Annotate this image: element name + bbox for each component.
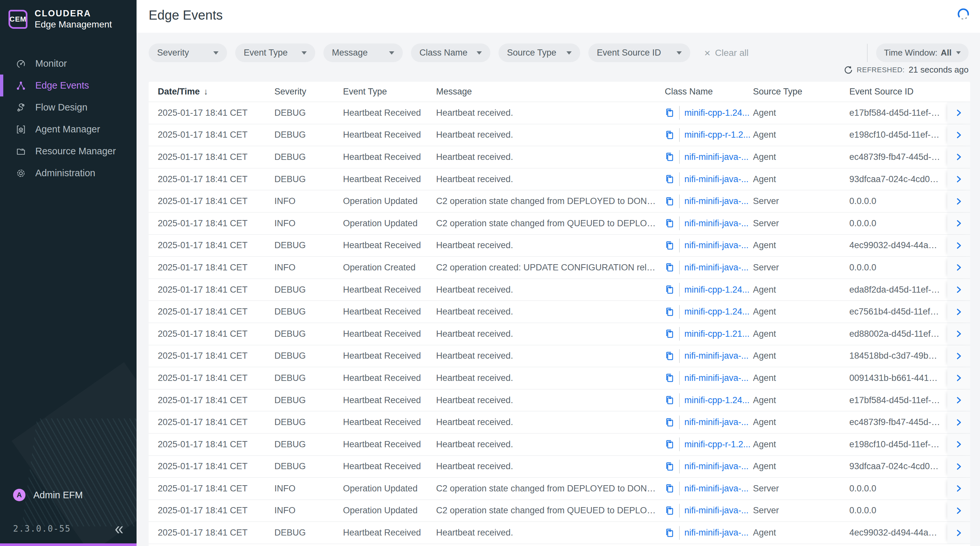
copy-icon[interactable] — [665, 108, 675, 118]
column-header-source-type[interactable]: Source Type — [753, 87, 850, 97]
filter-event-source-id[interactable]: Event Source ID — [588, 43, 690, 62]
copy-icon[interactable] — [665, 130, 675, 140]
cell-event-source-id: ec4873f9-fb47-445d-b0a5-e7... — [850, 152, 947, 162]
sidebar-item-administration[interactable]: Administration — [0, 162, 137, 184]
sidebar-item-agent-manager[interactable]: Agent Manager — [0, 118, 137, 140]
copy-icon[interactable] — [665, 506, 675, 516]
class-name-link[interactable]: nifi-minifi-java-... — [684, 174, 749, 184]
sidebar-item-flow-design[interactable]: Flow Design — [0, 96, 137, 118]
class-name-link[interactable]: minifi-cpp-1.24... — [684, 285, 750, 295]
copy-icon[interactable] — [665, 285, 675, 295]
class-name-link[interactable]: nifi-minifi-java-... — [684, 373, 749, 383]
copy-icon[interactable] — [665, 219, 675, 228]
copy-icon[interactable] — [665, 484, 675, 493]
cell-event-type: Heartbeat Received — [343, 351, 436, 361]
copy-icon[interactable] — [665, 461, 675, 471]
cell-datetime: 2025-01-17 18:41 CET — [149, 285, 274, 295]
copy-icon[interactable] — [665, 373, 675, 383]
copy-icon[interactable] — [665, 439, 675, 449]
class-name-link[interactable]: nifi-minifi-java-... — [684, 152, 749, 162]
row-expand-button[interactable] — [947, 102, 970, 124]
row-expand-button[interactable] — [947, 456, 970, 478]
class-name-link[interactable]: nifi-minifi-java-... — [684, 484, 749, 494]
row-expand-button[interactable] — [947, 146, 970, 168]
chevron-right-icon — [955, 529, 963, 537]
class-name-link[interactable]: nifi-minifi-java-... — [684, 461, 749, 471]
user-profile[interactable]: A Admin EFM — [0, 485, 137, 505]
row-expand-button[interactable] — [947, 500, 970, 522]
class-name-link[interactable]: nifi-minifi-java-... — [684, 506, 749, 516]
sidebar-item-monitor[interactable]: Monitor — [0, 53, 137, 75]
column-header-datetime[interactable]: Date/Time ↓ — [149, 87, 274, 97]
sidebar-item-resource-manager[interactable]: Resource Manager — [0, 140, 137, 162]
copy-icon[interactable] — [665, 307, 675, 317]
class-name-link[interactable]: minifi-cpp-r-1.2... — [684, 130, 751, 140]
filter-severity[interactable]: Severity — [149, 43, 227, 62]
row-expand-button[interactable] — [947, 367, 970, 389]
row-expand-button[interactable] — [947, 301, 970, 323]
column-header-class-name[interactable]: Class Name — [665, 87, 753, 97]
copy-icon[interactable] — [665, 418, 675, 427]
filter-source-type[interactable]: Source Type — [498, 43, 580, 62]
cell-event-source-id: 0.0.0.0 — [850, 263, 947, 273]
cell-message: Heartbeat received. — [436, 174, 665, 184]
class-name-link[interactable]: nifi-minifi-java-... — [684, 219, 749, 228]
row-expand-button[interactable] — [947, 235, 970, 257]
cell-event-type: Heartbeat Received — [343, 439, 436, 450]
copy-icon[interactable] — [665, 152, 675, 162]
copy-icon[interactable] — [665, 351, 675, 361]
row-expand-button[interactable] — [947, 345, 970, 367]
class-name-link[interactable]: nifi-minifi-java-... — [684, 528, 749, 538]
row-expand-button[interactable] — [947, 522, 970, 544]
class-name-link[interactable]: minifi-cpp-r-1.2... — [684, 439, 751, 450]
cell-message: C2 operation state changed from QUEUED t… — [436, 506, 665, 516]
column-header-event-type[interactable]: Event Type — [343, 87, 436, 97]
filter-class-name[interactable]: Class Name — [411, 43, 490, 62]
copy-icon[interactable] — [665, 174, 675, 184]
copy-icon[interactable] — [665, 263, 675, 272]
collapse-sidebar-icon[interactable]: « — [115, 522, 124, 536]
class-name-link[interactable]: nifi-minifi-java-... — [684, 240, 749, 251]
row-expand-button[interactable] — [947, 434, 970, 455]
class-name-link[interactable]: minifi-cpp-1.24... — [684, 307, 750, 317]
row-expand-button[interactable] — [947, 411, 970, 433]
class-name-link[interactable]: nifi-minifi-java-... — [684, 196, 749, 206]
row-expand-button[interactable] — [947, 390, 970, 411]
row-expand-button[interactable] — [947, 478, 970, 500]
row-expand-button[interactable] — [947, 323, 970, 345]
divider — [679, 128, 680, 142]
class-name-link[interactable]: nifi-minifi-java-... — [684, 351, 749, 361]
class-name-link[interactable]: minifi-cpp-1.21... — [684, 329, 750, 339]
row-expand-button[interactable] — [947, 168, 970, 190]
time-window-dropdown[interactable]: Time Window: All — [876, 43, 969, 62]
filter-message[interactable]: Message — [323, 43, 403, 62]
column-header-event-source-id[interactable]: Event Source ID — [850, 87, 947, 97]
refresh-icon[interactable] — [844, 65, 853, 75]
cell-message: C2 operation state changed from DEPLOYED… — [436, 484, 665, 494]
cell-event-source-id: e17bf584-d45d-11ef-953d-52... — [850, 395, 947, 406]
copy-icon[interactable] — [665, 241, 675, 251]
row-expand-button[interactable] — [947, 124, 970, 146]
class-name-link[interactable]: minifi-cpp-1.24... — [684, 395, 750, 406]
copy-icon[interactable] — [665, 329, 675, 339]
chevron-right-icon — [955, 198, 963, 205]
column-header-message[interactable]: Message — [436, 87, 665, 97]
sidebar-item-edge-events[interactable]: Edge Events — [0, 75, 137, 96]
cell-source-type: Agent — [753, 329, 850, 339]
cell-event-source-id: 0091431b-b661-4417-86a3-0... — [850, 373, 947, 383]
chevron-right-icon — [955, 352, 963, 360]
clear-all-button[interactable]: × Clear all — [704, 48, 748, 58]
row-expand-button[interactable] — [947, 190, 970, 212]
copy-icon[interactable] — [665, 528, 675, 538]
copy-icon[interactable] — [665, 196, 675, 206]
cell-source-type: Agent — [753, 174, 850, 184]
row-expand-button[interactable] — [947, 279, 970, 301]
class-name-link[interactable]: nifi-minifi-java-... — [684, 417, 749, 427]
filter-event-type[interactable]: Event Type — [235, 43, 315, 62]
row-expand-button[interactable] — [947, 212, 970, 235]
row-expand-button[interactable] — [947, 257, 970, 279]
column-header-severity[interactable]: Severity — [274, 87, 343, 97]
copy-icon[interactable] — [665, 395, 675, 405]
class-name-link[interactable]: nifi-minifi-java-... — [684, 263, 749, 273]
class-name-link[interactable]: minifi-cpp-1.24... — [684, 108, 750, 118]
